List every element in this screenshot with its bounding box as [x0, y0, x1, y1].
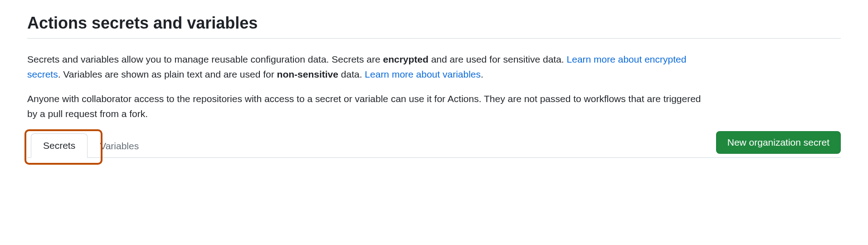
learn-more-variables-link[interactable]: Learn more about variables: [365, 69, 481, 79]
tabs-container: Secrets Variables: [27, 133, 151, 157]
desc-text: .: [481, 69, 483, 79]
tab-row: Secrets Variables New organization secre…: [27, 131, 841, 158]
desc-text: and are used for sensitive data.: [429, 54, 567, 64]
new-organization-secret-button[interactable]: New organization secret: [716, 131, 841, 154]
desc-bold-nonsensitive: non-sensitive: [277, 69, 338, 79]
tab-secrets[interactable]: Secrets: [31, 133, 88, 158]
description-paragraph-1: Secrets and variables allow you to manag…: [27, 52, 707, 82]
desc-text: Secrets and variables allow you to manag…: [27, 54, 383, 64]
description-paragraph-2: Anyone with collaborator access to the r…: [27, 92, 707, 121]
page-title: Actions secrets and variables: [27, 14, 841, 39]
description-section: Secrets and variables allow you to manag…: [27, 52, 707, 121]
tab-variables[interactable]: Variables: [88, 134, 151, 158]
desc-text: data.: [338, 69, 365, 79]
desc-text: . Variables are shown as plain text and …: [58, 69, 277, 79]
desc-bold-encrypted: encrypted: [383, 54, 428, 64]
